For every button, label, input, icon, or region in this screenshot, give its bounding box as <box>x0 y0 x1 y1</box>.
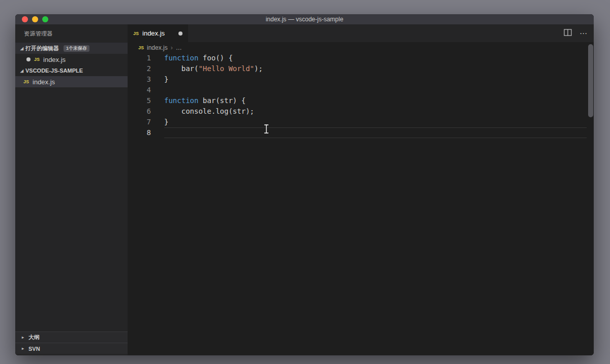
modified-dot-icon <box>26 57 30 61</box>
tab-modified-dot-icon[interactable] <box>178 31 182 36</box>
javascript-icon: JS <box>133 31 139 36</box>
window-title: index.js — vscode-js-sample <box>15 16 594 23</box>
code-line[interactable]: 1function foo() { <box>128 53 587 63</box>
line-number: 3 <box>128 74 151 85</box>
minimize-button[interactable] <box>32 16 38 22</box>
line-content <box>164 127 587 138</box>
line-number: 6 <box>128 106 151 117</box>
split-editor-icon[interactable] <box>564 29 572 38</box>
open-editor-item-label: index.js <box>43 56 66 63</box>
code-line[interactable]: 4 <box>128 85 587 95</box>
vscode-window: index.js — vscode-js-sample 资源管理器 ◢ 打开的编… <box>15 14 594 355</box>
breadcrumb-more[interactable]: … <box>176 44 182 51</box>
section-svn[interactable]: ▸ SVN <box>15 343 128 354</box>
twistie-collapsed-icon: ▸ <box>19 335 26 340</box>
outline-section-label: 大纲 <box>28 334 40 341</box>
javascript-icon: JS <box>34 57 40 62</box>
line-number: 8 <box>128 127 151 138</box>
line-number: 4 <box>128 85 151 95</box>
sidebar-bottom-sections: ▸ 大纲 ▸ SVN <box>15 332 128 354</box>
line-number: 5 <box>128 95 151 106</box>
breadcrumbs: JS index.js › … <box>128 42 594 53</box>
sidebar-title: 资源管理器 <box>15 24 128 43</box>
svn-section-label: SVN <box>28 346 40 352</box>
open-editor-item-indexjs[interactable]: JS index.js <box>15 54 128 65</box>
code-line[interactable]: 7} <box>128 117 587 127</box>
code-lines: 1function foo() {2 bar("Hello World");3}… <box>128 53 587 138</box>
line-number: 1 <box>128 53 151 63</box>
twistie-collapsed-icon: ▸ <box>19 346 26 351</box>
line-content: bar("Hello World"); <box>164 63 587 74</box>
more-actions-icon[interactable]: ⋯ <box>580 29 587 37</box>
breadcrumb-file[interactable]: index.js <box>147 44 168 51</box>
traffic-lights <box>22 14 48 24</box>
close-button[interactable] <box>22 16 28 22</box>
tab-bar: JS index.js ⋯ <box>128 24 594 42</box>
code-line[interactable]: 8 <box>128 127 587 138</box>
file-item-indexjs[interactable]: JS index.js <box>15 76 128 87</box>
twistie-expanded-icon: ◢ <box>18 69 25 73</box>
code-line[interactable]: 6 console.log(str); <box>128 106 587 117</box>
folder-header-vscode-js-sample[interactable]: ◢ VSCODE-JS-SAMPLE <box>15 65 128 76</box>
file-item-label: index.js <box>33 78 55 86</box>
twistie-expanded-icon: ◢ <box>18 46 25 51</box>
javascript-icon: JS <box>23 79 29 84</box>
vertical-scrollbar[interactable] <box>588 44 593 117</box>
javascript-icon: JS <box>138 45 144 50</box>
line-number: 7 <box>128 117 151 127</box>
line-content: } <box>164 74 587 85</box>
line-content: function bar(str) { <box>164 95 587 106</box>
line-content: console.log(str); <box>164 106 587 117</box>
sidebar-explorer: 资源管理器 ◢ 打开的编辑器 1个未保存 JS index.js ◢ VSCOD… <box>15 24 128 355</box>
code-line[interactable]: 2 bar("Hello World"); <box>128 63 587 74</box>
chevron-right-icon: › <box>171 44 173 51</box>
code-line[interactable]: 3} <box>128 74 587 85</box>
line-content <box>164 85 587 95</box>
code-line[interactable]: 5function bar(str) { <box>128 95 587 106</box>
tab-indexjs[interactable]: JS index.js <box>128 24 188 42</box>
editor-group: JS index.js ⋯ JS index.js <box>128 24 594 355</box>
section-outline[interactable]: ▸ 大纲 <box>15 332 128 343</box>
open-editors-label: 打开的编辑器 <box>25 45 59 52</box>
titlebar: index.js — vscode-js-sample <box>15 14 594 24</box>
editor-actions: ⋯ <box>564 24 587 42</box>
line-content: } <box>164 117 587 127</box>
unsaved-count-badge: 1个未保存 <box>64 45 89 52</box>
code-editor[interactable]: 1function foo() {2 bar("Hello World");3}… <box>128 53 594 355</box>
folder-label: VSCODE-JS-SAMPLE <box>25 68 83 74</box>
line-number: 2 <box>128 63 151 74</box>
open-editors-header[interactable]: ◢ 打开的编辑器 1个未保存 <box>15 43 128 54</box>
zoom-button[interactable] <box>42 16 48 22</box>
tab-label: index.js <box>142 29 165 37</box>
line-content: function foo() { <box>164 53 587 63</box>
